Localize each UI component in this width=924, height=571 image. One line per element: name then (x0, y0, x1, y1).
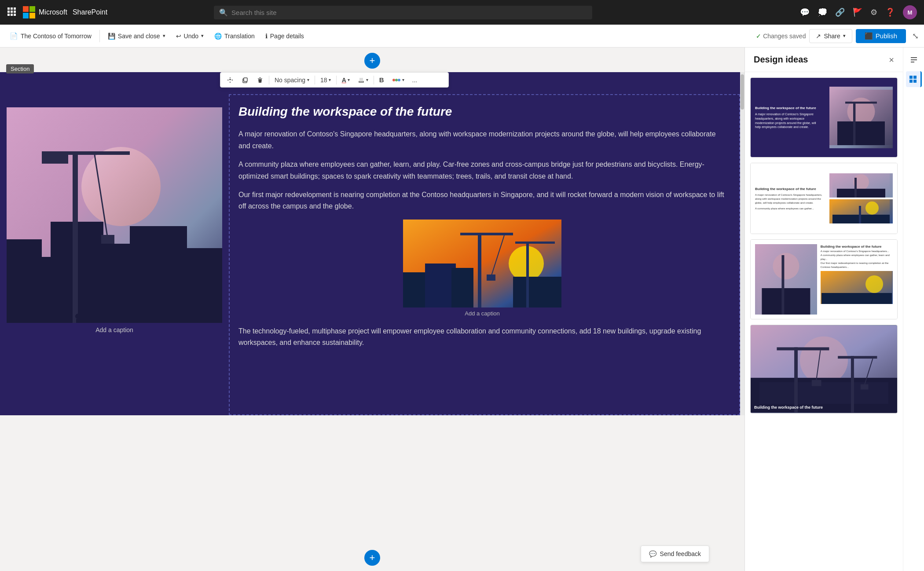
svg-rect-17 (73, 151, 78, 323)
search-bar[interactable]: 🔍 (214, 6, 592, 19)
copy-btn[interactable] (238, 75, 252, 85)
svg-rect-78 (909, 76, 913, 79)
design-panel-header: Design ideas × (745, 48, 903, 72)
toolbar-divider-4 (374, 76, 374, 84)
share-button[interactable]: ↗ Share ▾ (809, 29, 852, 43)
style-selector[interactable]: No spacing ▾ (271, 75, 313, 85)
crane-illustration (7, 107, 222, 323)
send-feedback-button[interactable]: 💬 Send feedback (641, 545, 709, 562)
move-btn[interactable] (223, 75, 237, 85)
page-title-btn[interactable]: 📄 The Contoso of Tomorrow (5, 29, 96, 43)
save-chevron-icon: ▾ (163, 33, 165, 39)
svg-point-29 (395, 79, 398, 81)
style-label: No spacing (275, 77, 305, 84)
svg-rect-40 (487, 275, 495, 281)
avatar[interactable]: M (903, 5, 917, 19)
side-properties-icon[interactable] (906, 52, 922, 68)
canvas-scrollbar-track (740, 72, 744, 415)
design-idea-card-2[interactable]: Building the workspace of the future A m… (750, 163, 898, 234)
article-para3: Our first major redevelopment is nearing… (238, 189, 726, 212)
undo-chevron-icon: ▾ (201, 33, 204, 39)
translation-btn[interactable]: 🌐 Translation (210, 30, 259, 42)
svg-rect-20 (101, 235, 114, 244)
bold-btn[interactable]: B (376, 74, 388, 85)
share-icon[interactable]: 🔗 (835, 7, 845, 17)
palette-chevron-icon: ▾ (402, 77, 404, 82)
left-image-caption[interactable]: Add a caption (7, 326, 222, 333)
svg-rect-77 (911, 62, 914, 62)
add-section-top-button[interactable]: + (364, 53, 380, 69)
font-size-value: 18 (320, 77, 327, 84)
design-panel-close-btn[interactable]: × (889, 55, 894, 64)
delete-btn[interactable] (253, 75, 267, 85)
section-label: Section (6, 64, 34, 73)
color-palette-btn[interactable]: ▾ (389, 75, 408, 85)
inline-content-image[interactable] (403, 220, 561, 307)
highlight-btn[interactable]: ▾ (354, 75, 372, 85)
settings-icon[interactable]: ⚙ (870, 7, 877, 17)
question-icon[interactable]: ❓ (885, 7, 895, 17)
crane-sunset-illustration (403, 220, 561, 307)
font-size-selector[interactable]: 18 ▾ (317, 75, 334, 85)
svg-rect-58 (762, 288, 810, 315)
share-btn-icon: ↗ (816, 33, 821, 40)
svg-rect-18 (42, 151, 130, 155)
canvas-scrollbar-thumb[interactable] (741, 74, 744, 110)
side-icons-panel (903, 48, 924, 571)
text-content-editor[interactable]: Building the workspace of the future A m… (229, 94, 740, 415)
svg-rect-46 (853, 102, 855, 145)
details-icon: ℹ (265, 33, 268, 40)
publish-button[interactable]: ⬛ Publish (856, 29, 906, 43)
save-close-label: Save and close (118, 33, 160, 40)
text-formatting-toolbar: No spacing ▾ 18 ▾ A ▾ ▾ (220, 72, 449, 88)
svg-rect-23 (76, 319, 80, 323)
svg-rect-41 (526, 242, 529, 307)
svg-rect-72 (838, 356, 877, 359)
section-left-column: Add a caption (0, 72, 229, 415)
translation-label: Translation (224, 33, 255, 40)
card3-left (755, 244, 817, 315)
text-color-btn[interactable]: A ▾ (338, 75, 353, 85)
svg-rect-55 (859, 206, 861, 223)
page-details-label: Page details (270, 33, 304, 40)
side-design-icon[interactable] (906, 71, 922, 87)
card4-image (751, 325, 897, 413)
card3-right: Building the workspace of the future A m… (821, 244, 893, 315)
svg-point-61 (865, 275, 883, 293)
page-details-btn[interactable]: ℹ Page details (261, 30, 308, 42)
svg-rect-6 (7, 14, 10, 16)
waffle-icon[interactable] (7, 7, 16, 18)
help-icon[interactable]: 💬 (800, 7, 810, 17)
top-navbar: Microsoft SharePoint 🔍 💬 💭 🔗 🚩 ⚙ ❓ M (0, 0, 924, 25)
add-section-bottom-button[interactable]: + (364, 550, 380, 566)
main-image[interactable] (7, 107, 222, 323)
microsoft-logo[interactable]: Microsoft (23, 6, 67, 18)
page-section: Add a caption (0, 72, 744, 415)
card2-text: Building the workspace of the future A m… (755, 187, 824, 211)
section-right-column: No spacing ▾ 18 ▾ A ▾ ▾ (229, 72, 744, 415)
design-idea-card-1[interactable]: Building the workspace of the future A m… (750, 77, 898, 157)
svg-rect-3 (7, 11, 10, 13)
search-input[interactable] (231, 9, 587, 16)
svg-rect-8 (14, 14, 16, 16)
more-options-btn[interactable]: ... (409, 75, 421, 85)
card1-text: Building the workspace of the future A m… (755, 106, 817, 129)
flag-icon[interactable]: 🚩 (853, 7, 862, 17)
share-chevron-icon: ▾ (843, 33, 846, 39)
save-close-btn[interactable]: 💾 Save and close ▾ (103, 30, 170, 42)
collapse-icon[interactable]: ⤡ (912, 31, 919, 41)
svg-point-30 (398, 79, 400, 81)
toolbar-right: ✓ Changes saved ↗ Share ▾ ⬛ Publish ⤡ (756, 29, 919, 43)
inline-image-container: Add a caption (238, 220, 726, 317)
design-idea-card-4[interactable]: Building the workspace of the future (750, 325, 898, 414)
card4-label: Building the workspace of the future (754, 405, 823, 410)
design-idea-card-3[interactable]: Building the workspace of the future A m… (750, 239, 898, 319)
undo-btn[interactable]: ↩ Undo ▾ (172, 30, 208, 42)
svg-rect-70 (812, 380, 821, 386)
card1-image (829, 87, 893, 148)
inline-image-caption[interactable]: Add a caption (465, 310, 500, 317)
undo-label: Undo (184, 33, 198, 40)
translation-icon: 🌐 (214, 33, 222, 40)
feedback-icon[interactable]: 💭 (818, 7, 827, 17)
article-para4: The technology-fueled, multiphase projec… (238, 326, 726, 349)
